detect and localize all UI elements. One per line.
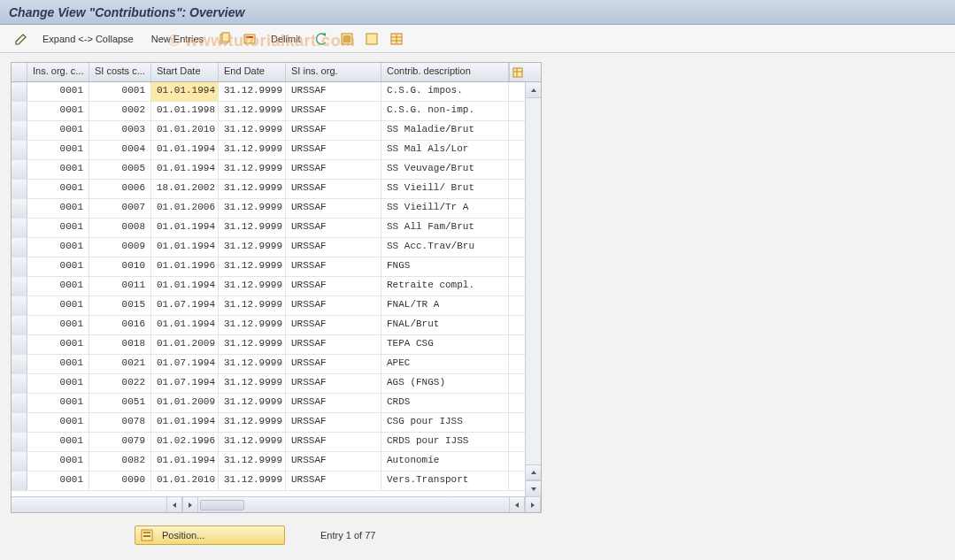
cell-si-costs[interactable]: 0010	[89, 257, 151, 276]
cell-ins-org[interactable]: 0001	[27, 82, 89, 101]
cell-ins-org[interactable]: 0001	[27, 413, 89, 432]
cell-start-date[interactable]: 01.07.1994	[151, 374, 219, 393]
cell-si-costs[interactable]: 0021	[89, 355, 151, 373]
row-selector[interactable]	[12, 257, 27, 276]
cell-si-costs[interactable]: 0002	[89, 102, 151, 120]
cell-ins-org[interactable]: 0001	[27, 238, 89, 257]
cell-si-ins-org[interactable]: URSSAF	[286, 433, 381, 451]
row-selector[interactable]	[12, 82, 27, 101]
table-row[interactable]: 0001000101.01.199431.12.9999URSSAFC.S.G.…	[12, 82, 541, 102]
col-header-si-ins-org[interactable]: SI ins. org.	[286, 63, 381, 81]
cell-end-date[interactable]: 31.12.9999	[219, 452, 286, 471]
cell-si-ins-org[interactable]: URSSAF	[286, 394, 381, 412]
scroll-down-icon[interactable]	[526, 480, 541, 496]
row-selector[interactable]	[12, 277, 27, 295]
row-selector[interactable]	[12, 355, 27, 373]
scroll-left2-icon[interactable]	[509, 497, 525, 512]
cell-si-costs[interactable]: 0079	[89, 433, 151, 451]
row-selector[interactable]	[12, 316, 27, 334]
cell-si-ins-org[interactable]: URSSAF	[286, 296, 381, 315]
cell-si-ins-org[interactable]: URSSAF	[286, 102, 381, 120]
cell-end-date[interactable]: 31.12.9999	[219, 413, 286, 432]
cell-end-date[interactable]: 31.12.9999	[219, 335, 286, 354]
cell-start-date[interactable]: 01.01.1994	[151, 238, 219, 257]
cell-contrib-desc[interactable]: APEC	[381, 355, 509, 373]
scroll-up-icon[interactable]	[526, 82, 541, 98]
cell-si-costs[interactable]: 0006	[89, 180, 151, 198]
table-row[interactable]: 0001001601.01.199431.12.9999URSSAFFNAL/B…	[12, 316, 541, 335]
cell-start-date[interactable]: 01.01.2009	[151, 394, 219, 412]
row-selector[interactable]	[12, 296, 27, 315]
col-header-selector[interactable]	[12, 63, 27, 81]
cell-ins-org[interactable]: 0001	[27, 141, 89, 159]
cell-start-date[interactable]: 01.07.1994	[151, 355, 219, 373]
row-selector[interactable]	[12, 160, 27, 179]
row-selector[interactable]	[12, 180, 27, 198]
cell-si-ins-org[interactable]: URSSAF	[286, 82, 381, 101]
cell-ins-org[interactable]: 0001	[27, 355, 89, 373]
cell-end-date[interactable]: 31.12.9999	[219, 219, 286, 237]
cell-si-ins-org[interactable]: URSSAF	[286, 199, 381, 218]
cell-contrib-desc[interactable]: Autonomie	[381, 452, 509, 471]
cell-end-date[interactable]: 31.12.9999	[219, 355, 286, 373]
col-header-si-costs[interactable]: SI costs c...	[89, 63, 151, 81]
cell-ins-org[interactable]: 0001	[27, 277, 89, 295]
cell-ins-org[interactable]: 0001	[27, 219, 89, 237]
table-row[interactable]: 0001000901.01.199431.12.9999URSSAFSS Acc…	[12, 238, 541, 257]
cell-si-costs[interactable]: 0022	[89, 374, 151, 393]
cell-end-date[interactable]: 31.12.9999	[219, 433, 286, 451]
table-row[interactable]: 0001000401.01.199431.12.9999URSSAFSS Mal…	[12, 141, 541, 160]
table-row[interactable]: 0001007801.01.199431.12.9999URSSAFCSG po…	[12, 413, 541, 433]
cell-si-ins-org[interactable]: URSSAF	[286, 374, 381, 393]
cell-ins-org[interactable]: 0001	[27, 160, 89, 179]
row-selector[interactable]	[12, 452, 27, 471]
cell-si-ins-org[interactable]: URSSAF	[286, 180, 381, 198]
cell-start-date[interactable]: 01.01.2006	[151, 199, 219, 218]
cell-si-costs[interactable]: 0051	[89, 394, 151, 412]
row-selector[interactable]	[12, 219, 27, 237]
cell-si-ins-org[interactable]: URSSAF	[286, 335, 381, 354]
cell-si-ins-org[interactable]: URSSAF	[286, 316, 381, 334]
cell-contrib-desc[interactable]: FNAL/TR A	[381, 296, 509, 315]
cell-ins-org[interactable]: 0001	[27, 199, 89, 218]
cell-si-costs[interactable]: 0008	[89, 219, 151, 237]
vertical-scrollbar[interactable]	[525, 82, 541, 496]
table-row[interactable]: 0001000201.01.199831.12.9999URSSAFC.S.G.…	[12, 102, 541, 121]
row-selector[interactable]	[12, 394, 27, 412]
cell-start-date[interactable]: 01.01.2009	[151, 335, 219, 354]
cell-contrib-desc[interactable]: SS Vieill/Tr A	[381, 199, 509, 218]
scroll-left-icon[interactable]	[166, 497, 182, 512]
cell-si-costs[interactable]: 0001	[89, 82, 151, 101]
cell-ins-org[interactable]: 0001	[27, 102, 89, 120]
cell-contrib-desc[interactable]: Vers.Transport	[381, 472, 509, 490]
cell-si-costs[interactable]: 0009	[89, 238, 151, 257]
table-row[interactable]: 0001002201.07.199431.12.9999URSSAFAGS (F…	[12, 374, 541, 394]
cell-start-date[interactable]: 01.01.1994	[151, 316, 219, 334]
cell-start-date[interactable]: 01.01.1994	[151, 82, 219, 101]
new-entries-button[interactable]: New Entries	[144, 34, 211, 44]
cell-contrib-desc[interactable]: SS Acc.Trav/Bru	[381, 238, 509, 257]
cell-ins-org[interactable]: 0001	[27, 257, 89, 276]
cell-start-date[interactable]: 01.01.1998	[151, 102, 219, 120]
scroll-up2-icon[interactable]	[526, 464, 541, 480]
cell-si-costs[interactable]: 0018	[89, 335, 151, 354]
cell-si-costs[interactable]: 0016	[89, 316, 151, 334]
row-selector[interactable]	[12, 199, 27, 218]
cell-si-costs[interactable]: 0005	[89, 160, 151, 179]
scroll-right-icon[interactable]	[182, 497, 198, 512]
cell-si-ins-org[interactable]: URSSAF	[286, 238, 381, 257]
cell-end-date[interactable]: 31.12.9999	[219, 277, 286, 295]
cell-start-date[interactable]: 18.01.2002	[151, 180, 219, 198]
cell-ins-org[interactable]: 0001	[27, 374, 89, 393]
cell-ins-org[interactable]: 0001	[27, 121, 89, 140]
cell-ins-org[interactable]: 0001	[27, 296, 89, 315]
cell-end-date[interactable]: 31.12.9999	[219, 238, 286, 257]
cell-si-ins-org[interactable]: URSSAF	[286, 160, 381, 179]
cell-contrib-desc[interactable]: Retraite compl.	[381, 277, 509, 295]
table-row[interactable]: 0001000501.01.199431.12.9999URSSAFSS Veu…	[12, 160, 541, 180]
table-row[interactable]: 0001001801.01.200931.12.9999URSSAFTEPA C…	[12, 335, 541, 355]
table-settings-icon[interactable]	[386, 29, 407, 49]
row-selector[interactable]	[12, 121, 27, 140]
col-header-start[interactable]: Start Date	[151, 63, 219, 81]
cell-contrib-desc[interactable]: TEPA CSG	[381, 335, 509, 354]
